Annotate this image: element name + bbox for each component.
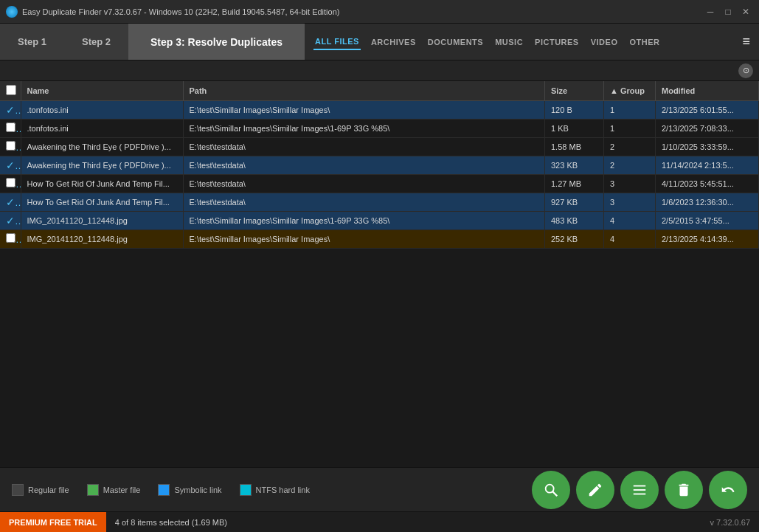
row-group: 4: [604, 212, 656, 230]
symbolic-swatch: [158, 484, 170, 496]
row-name: .tonfotos.ini: [21, 120, 183, 138]
step2-button[interactable]: Step 2: [64, 24, 128, 60]
table-row[interactable]: Awakening the Third Eye ( PDFDrive )...E…: [0, 138, 759, 156]
select-all-checkbox[interactable]: [6, 85, 16, 95]
svg-line-1: [552, 491, 557, 496]
close-button[interactable]: ✕: [738, 4, 753, 19]
table-row[interactable]: ✓IMG_20141120_112448.jpgE:\test\Simillar…: [0, 212, 759, 230]
version-text: v 7.32.0.67: [701, 518, 759, 527]
action-buttons: [532, 471, 747, 509]
row-name: How To Get Rid Of Junk And Temp Fil...: [21, 193, 183, 212]
row-check-cell[interactable]: [0, 138, 21, 156]
table-body: ✓.tonfotos.iniE:\test\Simillar Images\Si…: [0, 101, 759, 249]
header-name[interactable]: Name: [21, 81, 183, 101]
ntfs-swatch: [240, 484, 252, 496]
row-path: E:\test\testdata\: [183, 156, 545, 175]
minimize-button[interactable]: ─: [703, 4, 718, 19]
row-size: 252 KB: [545, 230, 604, 249]
table-row[interactable]: ✓Awakening the Third Eye ( PDFDrive )...…: [0, 156, 759, 175]
row-size: 483 KB: [545, 212, 604, 230]
step1-button[interactable]: Step 1: [0, 24, 64, 60]
step3-button[interactable]: Step 3: Resolve Duplicates: [128, 24, 305, 60]
row-group: 2: [604, 138, 656, 156]
row-name: Awakening the Third Eye ( PDFDrive )...: [21, 138, 183, 156]
row-path: E:\test\Simillar Images\Simillar Images\: [183, 101, 545, 120]
row-path: E:\test\testdata\: [183, 175, 545, 193]
row-group: 1: [604, 120, 656, 138]
edit-button[interactable]: [576, 471, 614, 509]
row-modified: 2/13/2025 4:14:39...: [656, 230, 759, 249]
window-controls: ─ □ ✕: [703, 4, 753, 19]
table-row[interactable]: ✓How To Get Rid Of Junk And Temp Fil...E…: [0, 193, 759, 212]
filter-tab-documents[interactable]: DOCUMENTS: [426, 35, 485, 49]
header-path[interactable]: Path: [183, 81, 545, 101]
table-row[interactable]: How To Get Rid Of Junk And Temp Fil...E:…: [0, 175, 759, 193]
row-path: E:\test\Simillar Images\Simillar Images\: [183, 230, 545, 249]
table-row[interactable]: ✓.tonfotos.iniE:\test\Simillar Images\Si…: [0, 101, 759, 120]
header-group[interactable]: ▲ Group: [604, 81, 656, 101]
legend-master: Master file: [87, 484, 141, 496]
row-path: E:\test\Simillar Images\Simillar Images\…: [183, 120, 545, 138]
filter-tab-music[interactable]: MUSIC: [493, 35, 524, 49]
filter-tab-archives[interactable]: ARCHIVES: [370, 35, 417, 49]
premium-badge[interactable]: PREMIUM FREE TRIAL: [0, 512, 106, 532]
app-title: Easy Duplicate Finder v7.32.0.67 - Windo…: [22, 7, 703, 16]
row-checkbox[interactable]: [6, 233, 15, 243]
master-label: Master file: [103, 486, 141, 494]
filter-tab-all-files[interactable]: ALL FILES: [313, 34, 361, 50]
filter-tab-other[interactable]: OTHER: [628, 35, 661, 49]
row-check-cell[interactable]: [0, 175, 21, 193]
regular-swatch: [12, 484, 24, 496]
header-modified[interactable]: Modified: [656, 81, 759, 101]
search-button[interactable]: [532, 471, 570, 509]
row-name: Awakening the Third Eye ( PDFDrive )...: [21, 156, 183, 175]
row-check-cell[interactable]: [0, 120, 21, 138]
row-name: IMG_20141120_112448.jpg: [21, 212, 183, 230]
row-size: 120 B: [545, 101, 604, 120]
camera-icon[interactable]: ⊙: [738, 63, 753, 78]
svg-rect-4: [634, 493, 646, 494]
row-check-cell[interactable]: ✓: [0, 156, 21, 175]
filter-tab-video[interactable]: VIDEO: [589, 35, 620, 49]
row-checkbox[interactable]: [6, 178, 15, 187]
title-bar: Easy Duplicate Finder v7.32.0.67 - Windo…: [0, 0, 759, 24]
header-checkbox-cell[interactable]: [0, 81, 21, 101]
header-size[interactable]: Size: [545, 81, 604, 101]
row-name: IMG_20141120_112448.jpg: [21, 230, 183, 249]
duplicates-table: Name Path Size ▲ Group Modified ✓.tonfot…: [0, 81, 759, 249]
symbolic-label: Symbolic link: [174, 486, 221, 494]
row-checkbox[interactable]: [6, 141, 15, 151]
row-group: 1: [604, 101, 656, 120]
row-checkbox[interactable]: [6, 122, 15, 132]
row-check-cell[interactable]: ✓: [0, 212, 21, 230]
row-modified: 4/11/2023 5:45:51...: [656, 175, 759, 193]
row-size: 1.27 MB: [545, 175, 604, 193]
row-group: 2: [604, 156, 656, 175]
row-modified: 2/13/2025 6:01:55...: [656, 101, 759, 120]
maximize-button[interactable]: □: [721, 4, 735, 19]
row-path: E:\test\Simillar Images\Simillar Images\…: [183, 212, 545, 230]
table-row[interactable]: .tonfotos.iniE:\test\Simillar Images\Sim…: [0, 120, 759, 138]
row-modified: 11/14/2024 2:13:5...: [656, 156, 759, 175]
table-row[interactable]: IMG_20141120_112448.jpgE:\test\Simillar …: [0, 230, 759, 249]
row-modified: 2/13/2025 7:08:33...: [656, 120, 759, 138]
undo-button[interactable]: [709, 471, 747, 509]
status-text: 4 of 8 items selected (1.69 MB): [106, 518, 701, 527]
table-container[interactable]: Name Path Size ▲ Group Modified ✓.tonfot…: [0, 81, 759, 467]
row-size: 1.58 MB: [545, 138, 604, 156]
legend-bar: Regular file Master file Symbolic link N…: [0, 467, 759, 511]
wizard-bar: Step 1 Step 2 Step 3: Resolve Duplicates…: [0, 24, 759, 61]
row-modified: 1/6/2023 12:36:30...: [656, 193, 759, 212]
delete-button[interactable]: [665, 471, 703, 509]
row-check-cell[interactable]: ✓: [0, 101, 21, 120]
preview-bar: ⊙: [0, 61, 759, 81]
row-size: 927 KB: [545, 193, 604, 212]
row-check-cell[interactable]: [0, 230, 21, 249]
row-group: 3: [604, 193, 656, 212]
filter-tab-pictures[interactable]: PICTURES: [533, 35, 580, 49]
row-check-cell[interactable]: ✓: [0, 193, 21, 212]
menu-button[interactable]: ≡: [733, 31, 759, 52]
row-path: E:\test\testdata\: [183, 193, 545, 212]
list-button[interactable]: [620, 471, 659, 509]
regular-label: Regular file: [28, 486, 69, 494]
